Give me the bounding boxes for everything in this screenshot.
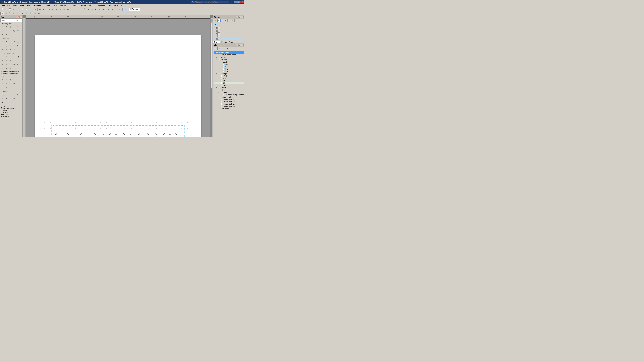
tool-revolve[interactable]: ↻ xyxy=(4,93,8,96)
tb-btn-6[interactable]: ◈ xyxy=(58,7,62,11)
tree-plots[interactable]: ▾ 📁 Plots xyxy=(214,89,244,91)
menu-help[interactable]: ? xyxy=(123,4,127,7)
close-button[interactable]: ✕ xyxy=(240,0,244,3)
auxiliary-lines-header[interactable]: Auxiliary-lines xyxy=(1,23,22,25)
storey-delete-button[interactable]: ✕ xyxy=(231,19,234,22)
tree-roof[interactable]: 📄 ROOF xyxy=(214,75,244,77)
open-button[interactable]: 📂 xyxy=(4,7,8,11)
print-button[interactable]: 🖨 xyxy=(12,7,16,11)
construction-header[interactable]: Construction parts xyxy=(1,53,22,54)
menu-edit2[interactable]: Edit xyxy=(53,4,59,7)
pan-btn[interactable]: ✋ xyxy=(16,11,20,15)
extended-wall-functions[interactable]: Extended wall functions xyxy=(1,70,22,72)
zoom-out-btn[interactable]: 🔎 xyxy=(12,11,16,15)
renovation-planning-item[interactable]: Renovation planning xyxy=(0,107,22,109)
tb-btn-4[interactable]: ▧ xyxy=(51,7,54,11)
tools-pin-button[interactable]: 📌 xyxy=(17,16,19,18)
tb-btn-5[interactable]: ⊹ xyxy=(54,7,58,11)
tool-ramp[interactable]: ⊿ xyxy=(8,59,12,62)
tree-layout-a3[interactable]: 📄 Layout Draft A3 xyxy=(214,103,244,105)
tool-table[interactable]: ⊞ xyxy=(4,82,8,85)
tree-dd[interactable]: 📄 D-D xyxy=(214,63,244,65)
help-icon[interactable]: ❓ xyxy=(230,1,233,3)
3d-button[interactable]: 3D xyxy=(123,7,128,11)
storey-row-2[interactable]: 2 ⬜ xyxy=(214,32,244,35)
extended-roof-functions[interactable]: Extended roof functions xyxy=(1,72,22,75)
tool-leader[interactable]: ↗ xyxy=(12,48,16,51)
view-2d-button[interactable]: ⬜ xyxy=(214,47,217,50)
tb-btn-15[interactable]: ⇵ xyxy=(94,7,98,11)
menu-edit[interactable]: Edit xyxy=(6,4,12,7)
tb-btn-12[interactable]: ⇱ xyxy=(82,7,86,11)
tree-structure-height[interactable]: 📄 Structure - Height section xyxy=(214,93,244,96)
menu-information[interactable]: Information xyxy=(68,4,80,7)
tool-line[interactable]: / xyxy=(1,25,4,29)
terrain-item[interactable]: Terrain xyxy=(0,105,22,107)
restore-button[interactable]: □ xyxy=(237,0,240,3)
storey-3d-button[interactable]: ⬜ xyxy=(221,19,224,22)
tool-boolean[interactable]: ⊕ xyxy=(16,93,20,96)
tree-aa[interactable]: 📄 A-A xyxy=(214,70,244,72)
layer-btn[interactable]: ⊞ xyxy=(21,11,24,15)
tool-parallel[interactable]: ∥ xyxy=(8,25,12,29)
tools-close-button[interactable]: ✕ xyxy=(20,16,22,18)
tb-btn-1[interactable]: ⊞ xyxy=(38,7,42,11)
tb-btn-2[interactable]: ⊠ xyxy=(42,7,46,11)
tool-ring[interactable]: ◎ xyxy=(8,44,12,47)
tool-fill[interactable]: ▪ xyxy=(12,78,16,82)
tb-btn-20[interactable]: ⊿ xyxy=(114,7,118,11)
snap-grid-btn[interactable]: ⊹ xyxy=(33,11,37,15)
tool-subtract[interactable]: ⊖ xyxy=(1,97,4,100)
tree-layout-a0[interactable]: 📄 Layout Draft A0 xyxy=(214,105,244,108)
tool-snap[interactable]: ⊙ xyxy=(1,29,4,32)
elements-header[interactable]: Elements xyxy=(1,38,22,39)
tool-nurbs[interactable]: ⌒ xyxy=(16,97,20,100)
paste-button[interactable]: 📋 xyxy=(24,7,28,11)
tool-point[interactable]: · xyxy=(12,25,16,29)
tree-gf[interactable]: 📄 GF xyxy=(214,82,244,84)
tool-beam[interactable]: ▔ xyxy=(12,55,16,58)
tree-design-model[interactable]: ▾ ⬜ Design model xyxy=(214,51,244,54)
storey-down-button[interactable]: ▼ xyxy=(214,23,217,26)
tree-plots-draft[interactable]: ▾ 📁 Draft xyxy=(214,91,244,93)
storey-tab-storey[interactable]: Storey xyxy=(213,41,220,43)
tb-btn-16[interactable]: ⇴ xyxy=(98,7,102,11)
menu-file[interactable]: File xyxy=(0,4,6,7)
tool-hatch[interactable]: ▨ xyxy=(1,48,4,51)
storey-tab-dime[interactable]: Dime... xyxy=(220,41,228,43)
tb-btn-10[interactable]: △ xyxy=(74,7,78,11)
tool-grid-cp[interactable]: ⊞ xyxy=(12,62,16,66)
tool-sweep[interactable]: ⌇ xyxy=(8,93,12,96)
tool-ellipse2[interactable]: ◯ xyxy=(4,44,8,47)
storey-settings-button[interactable]: ⚙ xyxy=(235,19,238,22)
storey-tab-work[interactable]: Work _ xyxy=(228,41,236,43)
window-dropdown[interactable]: 🪟 Window ▾ xyxy=(129,7,140,11)
delete-button[interactable]: ✕ xyxy=(17,7,20,11)
tool-angle[interactable]: ∠ xyxy=(4,25,8,29)
tool-text-elem[interactable]: T xyxy=(4,48,8,51)
tool-extrude[interactable]: ⬜ xyxy=(1,93,4,96)
tool-freeform[interactable]: ∿ xyxy=(8,97,12,100)
tool-dim-lo[interactable]: ↔ xyxy=(16,78,20,82)
tool-symbol-cp[interactable]: ☐ xyxy=(8,62,12,66)
tool-ext4[interactable]: ▧ xyxy=(8,66,12,70)
tree-sections-draft[interactable]: ▾ 📁 Draft xyxy=(214,61,244,63)
tb-btn-17[interactable]: ⇸ xyxy=(102,7,106,11)
layout-header[interactable]: Lay-out xyxy=(1,76,22,78)
storey-row-4[interactable]: 4 ⬜ xyxy=(214,27,244,29)
view-3d-button[interactable]: 3D xyxy=(217,47,222,50)
storey-pin-button[interactable]: 📌 xyxy=(236,16,238,18)
tool-cross[interactable]: ✚ xyxy=(16,25,20,29)
search-input[interactable] xyxy=(1,19,16,21)
camera-item[interactable]: Camera xyxy=(0,109,22,111)
tree-nf1[interactable]: 📄 NF1 xyxy=(214,79,244,82)
tool-column[interactable]: ▕ xyxy=(16,55,20,58)
tool-door-elem[interactable]: ⊐ xyxy=(12,40,16,43)
lock-btn[interactable]: 🔒 xyxy=(24,11,28,15)
storey-layout-button[interactable]: ▭ xyxy=(228,19,231,22)
tool-dim-elem[interactable]: ↔ xyxy=(8,48,12,51)
storey-row-3[interactable]: 3 ⬜ xyxy=(214,29,244,32)
menu-draw[interactable]: Draw xyxy=(26,4,33,7)
view-icon-button[interactable]: ⊡ xyxy=(229,47,232,50)
tree-details[interactable]: ▸ 📁 Details xyxy=(214,86,244,89)
